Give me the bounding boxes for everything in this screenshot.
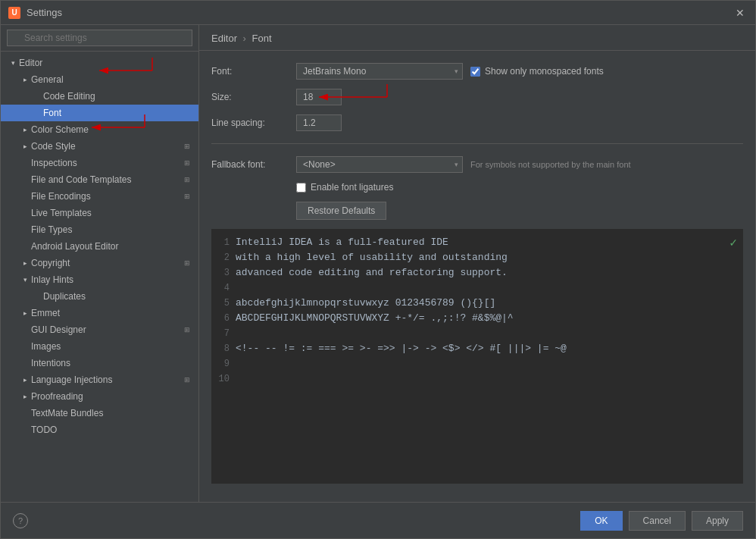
arrow-file-types (19, 224, 31, 236)
preview-line-2: 2 with a high level of usability and out… (214, 250, 740, 265)
line-content-1: IntelliJ IDEA is a full-featured IDE (236, 235, 448, 250)
sidebar-item-inspections[interactable]: Inspections ⊞ (1, 155, 198, 171)
sidebar-label-duplicates: Duplicates (43, 291, 192, 302)
font-settings-panel: Font: JetBrains Mono Consolas Courier Ne… (199, 51, 755, 502)
ok-button[interactable]: OK (580, 511, 622, 531)
external-icon-language-injections: ⊞ (182, 374, 192, 385)
sidebar-item-inlay-hints[interactable]: Inlay Hints (1, 271, 198, 288)
sidebar-label-emmet: Emmet (31, 308, 192, 318)
arrow-inspections (19, 157, 31, 169)
size-input[interactable] (296, 89, 342, 105)
sidebar-item-general[interactable]: General (1, 71, 198, 88)
settings-tree: Editor General Code Editing Font (1, 52, 198, 502)
search-input[interactable] (7, 30, 192, 46)
line-num-8: 8 (214, 341, 236, 356)
arrow-emmet (19, 307, 31, 319)
sidebar-label-editor: Editor (19, 58, 192, 68)
preview-line-7: 7 (214, 326, 740, 341)
line-num-6: 6 (214, 311, 236, 326)
sidebar-label-intentions: Intentions (31, 358, 192, 368)
ligatures-checkbox[interactable] (296, 183, 306, 193)
restore-row: Restore Defaults (211, 202, 743, 220)
arrow-android-layout-editor (19, 240, 31, 252)
arrow-todo (19, 424, 31, 436)
breadcrumb: Editor › Font (199, 25, 755, 51)
apply-button[interactable]: Apply (692, 511, 743, 531)
sidebar-label-file-types: File Types (31, 224, 192, 235)
sidebar-item-color-scheme[interactable]: Color Scheme (1, 121, 198, 138)
preview-line-6: 6 ABCDEFGHIJKLMNOPQRSTUVWXYZ +-*/= .,;:!… (214, 311, 740, 326)
line-num-7: 7 (214, 326, 236, 341)
sidebar-label-code-editing: Code Editing (43, 91, 192, 102)
arrow-textmate-bundles (19, 407, 31, 419)
arrow-proofreading (19, 390, 31, 403)
sidebar-item-images[interactable]: Images (1, 338, 198, 355)
line-num-2: 2 (214, 250, 236, 265)
cancel-button[interactable]: Cancel (629, 511, 686, 531)
sidebar-item-file-encodings[interactable]: File Encodings ⊞ (1, 188, 198, 205)
arrow-code-style (19, 140, 31, 152)
preview-line-8: 8 <!-- -- != := === >= >- =>> |-> -> <$>… (214, 341, 740, 356)
preview-line-5: 5 abcdefghijklmnopqrstuvwxyz 0123456789 … (214, 296, 740, 311)
line-num-1: 1 (214, 235, 236, 250)
font-dropdown[interactable]: JetBrains Mono Consolas Courier New Mona… (296, 63, 463, 80)
arrow-copyright (19, 257, 31, 269)
app-icon: U (8, 7, 20, 19)
line-spacing-row: Line spacing: (211, 114, 743, 131)
fallback-row: Fallback font: <None> ▾ For symbols not … (211, 156, 743, 173)
close-button[interactable]: ✕ (733, 5, 748, 20)
arrow-file-code-templates (19, 174, 31, 186)
line-content-2: with a high level of usability and outst… (236, 250, 508, 265)
sidebar-item-intentions[interactable]: Intentions (1, 355, 198, 371)
sidebar-item-live-templates[interactable]: Live Templates (1, 205, 198, 221)
arrow-intentions (19, 357, 31, 369)
fallback-dropdown-wrap: <None> ▾ (296, 156, 463, 173)
sidebar-label-code-style: Code Style (31, 141, 182, 152)
sidebar-item-gui-designer[interactable]: GUI Designer ⊞ (1, 321, 198, 338)
monospace-checkbox[interactable] (470, 67, 480, 77)
sidebar-item-language-injections[interactable]: Language Injections ⊞ (1, 371, 198, 388)
restore-defaults-button[interactable]: Restore Defaults (296, 202, 386, 220)
preview-line-3: 3 advanced code editing and refactoring … (214, 265, 740, 280)
sidebar-item-emmet[interactable]: Emmet (1, 305, 198, 321)
size-label: Size: (211, 92, 287, 102)
sidebar-item-file-code-templates[interactable]: File and Code Templates ⊞ (1, 171, 198, 188)
sidebar-item-textmate-bundles[interactable]: TextMate Bundles (1, 405, 198, 421)
fallback-label: Fallback font: (211, 159, 287, 170)
line-spacing-input[interactable] (296, 114, 342, 131)
bottom-bar: ? OK Cancel Apply (1, 502, 755, 538)
breadcrumb-parent: Editor (211, 33, 237, 44)
font-preview: ✓ 1 IntelliJ IDEA is a full-featured IDE… (211, 229, 743, 484)
line-content-5: abcdefghijklmnopqrstuvwxyz 0123456789 ()… (236, 296, 495, 311)
fallback-dropdown[interactable]: <None> (296, 156, 463, 173)
fallback-controls: <None> ▾ For symbols not supported by th… (296, 156, 631, 173)
preview-line-9: 9 (214, 356, 740, 371)
search-wrapper: 🔍 (7, 30, 192, 46)
sidebar-item-code-style[interactable]: Code Style ⊞ (1, 138, 198, 155)
line-spacing-label: Line spacing: (211, 118, 287, 128)
help-button[interactable]: ? (13, 513, 28, 528)
line-content-8: <!-- -- != := === >= >- =>> |-> -> <$> <… (236, 341, 567, 356)
sidebar-item-code-editing[interactable]: Code Editing (1, 88, 198, 105)
search-box: 🔍 (1, 25, 198, 52)
dialog-title: Settings (27, 7, 733, 18)
monospace-label: Show only monospaced fonts (485, 66, 604, 77)
sidebar-label-copyright: Copyright (31, 258, 182, 268)
font-label: Font: (211, 66, 287, 77)
sidebar-item-copyright[interactable]: Copyright ⊞ (1, 255, 198, 271)
sidebar-item-proofreading[interactable]: Proofreading (1, 388, 198, 405)
ligatures-label: Enable font ligatures (311, 182, 393, 193)
sidebar-item-file-types[interactable]: File Types (1, 221, 198, 238)
sidebar-item-todo[interactable]: TODO (1, 421, 198, 438)
font-row: Font: JetBrains Mono Consolas Courier Ne… (211, 63, 743, 80)
sidebar-item-font[interactable]: Font (1, 105, 198, 121)
preview-line-1: 1 IntelliJ IDEA is a full-featured IDE (214, 235, 740, 250)
sidebar-item-editor[interactable]: Editor (1, 55, 198, 71)
arrow-inlay-hints (19, 274, 31, 286)
sidebar-item-android-layout-editor[interactable]: Android Layout Editor (1, 238, 198, 255)
ligatures-checkbox-wrap: Enable font ligatures (296, 182, 393, 193)
arrow-general (19, 74, 31, 86)
external-icon-file-encodings: ⊞ (182, 191, 192, 202)
sidebar-item-duplicates[interactable]: Duplicates (1, 288, 198, 305)
sidebar-label-file-code-templates: File and Code Templates (31, 174, 182, 185)
